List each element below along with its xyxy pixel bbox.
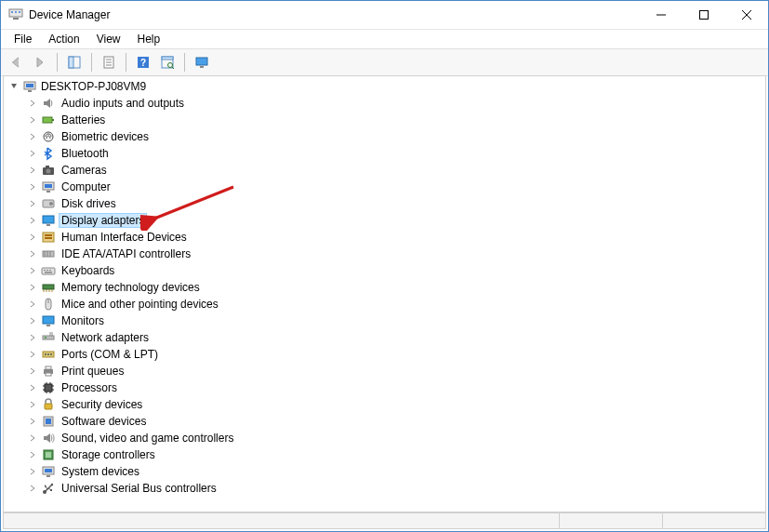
tree-node-label: Processors — [60, 381, 119, 394]
svg-rect-60 — [43, 336, 54, 339]
svg-text:?: ? — [140, 58, 146, 68]
minimize-button[interactable] — [640, 1, 683, 29]
svg-point-65 — [45, 353, 46, 355]
help-button[interactable]: ? — [132, 51, 154, 73]
chevron-right-icon[interactable] — [28, 100, 37, 107]
tree-node-label: Batteries — [60, 113, 107, 126]
tree-node[interactable]: Batteries — [28, 112, 765, 128]
camera-icon — [41, 163, 56, 178]
tree-node[interactable]: Ports (COM & LPT) — [28, 346, 765, 363]
tree-node[interactable]: Storage controllers — [28, 446, 765, 463]
tree-node[interactable]: Network adapters — [28, 329, 765, 346]
chevron-right-icon[interactable] — [28, 418, 37, 425]
chevron-right-icon[interactable] — [28, 351, 37, 358]
chevron-right-icon[interactable] — [28, 317, 37, 325]
tree-node[interactable]: Bluetooth — [28, 145, 765, 162]
chevron-right-icon[interactable] — [28, 233, 37, 241]
tree-node[interactable]: Memory technology devices — [28, 279, 765, 296]
chevron-right-icon[interactable] — [28, 451, 37, 459]
chevron-down-icon[interactable] — [9, 80, 19, 93]
tree-node[interactable]: Software devices — [28, 413, 765, 430]
tree-node[interactable]: Audio inputs and outputs — [28, 95, 765, 112]
chevron-right-icon[interactable] — [28, 300, 37, 308]
tree-node-label: Universal Serial Bus controllers — [60, 482, 219, 495]
chevron-right-icon[interactable] — [28, 401, 37, 408]
toolbar: ? — [1, 48, 768, 76]
tree-node[interactable]: Universal Serial Bus controllers — [28, 480, 765, 497]
svg-point-92 — [51, 484, 53, 485]
tree-node[interactable]: Cameras — [28, 162, 765, 179]
chevron-right-icon[interactable] — [28, 183, 37, 191]
tree-node-label: Print queues — [60, 365, 126, 378]
svg-rect-33 — [45, 184, 52, 188]
tree-node[interactable]: Keyboards — [28, 262, 765, 279]
ide-icon — [41, 246, 56, 261]
chevron-right-icon[interactable] — [28, 217, 37, 224]
tree-node[interactable]: Human Interface Devices — [28, 229, 765, 246]
chevron-right-icon[interactable] — [28, 367, 37, 375]
device-tree[interactable]: DESKTOP-PJ08VM9 Audio inputs and outputs… — [3, 75, 766, 512]
maximize-button[interactable] — [683, 1, 725, 29]
properties-button[interactable] — [98, 51, 120, 73]
toolbar-separator — [91, 53, 92, 72]
chevron-right-icon[interactable] — [28, 334, 37, 341]
close-button[interactable] — [725, 1, 768, 29]
show-hide-console-tree-button[interactable] — [63, 51, 86, 73]
svg-line-93 — [46, 486, 47, 489]
svg-rect-47 — [44, 270, 46, 271]
tree-node[interactable]: IDE ATA/ATAPI controllers — [28, 246, 765, 262]
chevron-right-icon[interactable] — [28, 434, 37, 442]
statusbar — [3, 512, 766, 529]
chevron-right-icon[interactable] — [28, 133, 37, 140]
svg-rect-41 — [45, 237, 52, 239]
tree-node-label: Sound, video and game controllers — [60, 432, 235, 445]
menu-help[interactable]: Help — [130, 31, 168, 47]
device-manager-window: Device Manager File Action View Help — [0, 0, 769, 532]
tree-node-label: Keyboards — [60, 264, 116, 277]
menu-file[interactable]: File — [7, 31, 39, 47]
svg-rect-40 — [45, 234, 52, 236]
forward-button[interactable] — [29, 51, 51, 73]
tree-node[interactable]: Security devices — [28, 396, 765, 413]
chevron-right-icon[interactable] — [28, 200, 37, 207]
svg-rect-46 — [42, 268, 55, 274]
chevron-right-icon[interactable] — [28, 485, 37, 492]
svg-rect-87 — [46, 475, 50, 477]
tree-node[interactable]: Mice and other pointing devices — [28, 296, 765, 313]
chevron-right-icon[interactable] — [28, 166, 37, 174]
tree-root-node[interactable]: DESKTOP-PJ08VM9 — [7, 78, 765, 95]
tree-node[interactable]: Biometric devices — [28, 128, 765, 145]
chevron-right-icon[interactable] — [28, 284, 37, 291]
chevron-right-icon[interactable] — [28, 150, 37, 157]
monitor-icon — [41, 313, 56, 328]
back-button[interactable] — [5, 51, 27, 73]
scan-hardware-button[interactable] — [156, 51, 179, 73]
chevron-right-icon[interactable] — [28, 384, 37, 392]
tree-node[interactable]: Monitors — [28, 313, 765, 329]
tree-node[interactable]: Print queues — [28, 363, 765, 379]
tree-node[interactable]: Sound, video and game controllers — [28, 430, 765, 446]
svg-rect-10 — [69, 57, 73, 68]
svg-point-67 — [50, 353, 52, 355]
tree-node[interactable]: System devices — [28, 463, 765, 480]
tree-node-label: Disk drives — [60, 197, 118, 210]
monitor-button[interactable] — [191, 51, 213, 73]
window-title: Device Manager — [29, 8, 110, 21]
svg-rect-25 — [28, 90, 32, 92]
tree-node-label: System devices — [60, 465, 141, 478]
svg-rect-1 — [13, 18, 19, 20]
menu-action[interactable]: Action — [41, 31, 86, 47]
system-icon — [41, 464, 56, 479]
menu-view[interactable]: View — [89, 31, 128, 47]
tree-node[interactable]: Display adapters — [28, 212, 765, 229]
tree-node[interactable]: Disk drives — [28, 195, 765, 212]
computer-icon — [22, 79, 37, 94]
tree-node[interactable]: Processors — [28, 379, 765, 396]
chevron-right-icon[interactable] — [28, 267, 37, 274]
svg-rect-49 — [49, 270, 51, 271]
chevron-right-icon[interactable] — [28, 250, 37, 258]
svg-rect-69 — [46, 366, 51, 369]
tree-node[interactable]: Computer — [28, 179, 765, 195]
chevron-right-icon[interactable] — [28, 468, 37, 475]
chevron-right-icon[interactable] — [28, 116, 37, 124]
